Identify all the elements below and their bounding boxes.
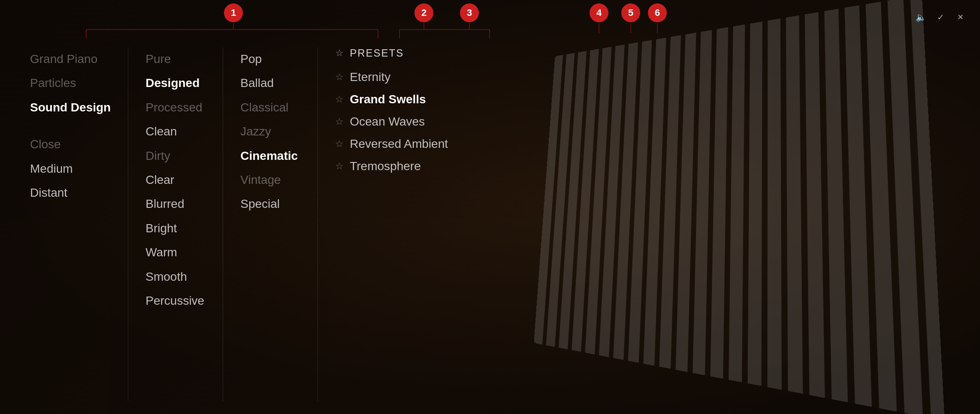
mic-item-close[interactable]: Close (30, 132, 111, 156)
preset-item-tremosphere[interactable]: ☆ Tremosphere (335, 155, 448, 177)
mic-item-medium[interactable]: Medium (30, 157, 111, 181)
char-item-processed[interactable]: Processed (145, 96, 206, 120)
instrument-item-particles[interactable]: Particles (30, 71, 111, 95)
presets-title: PRESETS (350, 47, 404, 59)
genre-item-jazzy[interactable]: Jazzy (240, 120, 300, 144)
speaker-button[interactable]: 🔈 (914, 10, 928, 24)
genre-item-pop[interactable]: Pop (240, 47, 300, 71)
presets-column: ☆ PRESETS ☆ Eternity ☆ Grand Swells ☆ Oc… (318, 47, 465, 401)
presets-header: ☆ PRESETS (335, 47, 448, 59)
character-column: Pure Designed Processed Clean Dirty Clea… (128, 47, 223, 401)
genre-item-classical[interactable]: Classical (240, 96, 300, 120)
annotation-3: 3 (460, 3, 479, 22)
top-bar: 🔈 ✓ ✕ (0, 0, 980, 34)
preset-label-reversed-ambient: Reversed Ambient (350, 137, 448, 151)
preset-item-ocean-waves[interactable]: ☆ Ocean Waves (335, 111, 448, 133)
preset-star-eternity[interactable]: ☆ (335, 72, 344, 83)
annotation-2: 2 (414, 3, 433, 22)
char-item-clean[interactable]: Clean (145, 120, 206, 144)
preset-item-grand-swells[interactable]: ☆ Grand Swells (335, 88, 448, 111)
preset-star-grand-swells[interactable]: ☆ (335, 94, 344, 105)
char-item-bright[interactable]: Bright (145, 216, 206, 240)
preset-label-grand-swells: Grand Swells (350, 93, 426, 106)
preset-label-tremosphere: Tremosphere (350, 159, 420, 173)
mic-item-distant[interactable]: Distant (30, 181, 111, 205)
genre-item-cinematic[interactable]: Cinematic (240, 144, 300, 168)
preset-item-reversed-ambient[interactable]: ☆ Reversed Ambient (335, 133, 448, 155)
genre-item-vintage[interactable]: Vintage (240, 168, 300, 192)
close-button[interactable]: ✕ (953, 10, 967, 24)
genre-item-special[interactable]: Special (240, 192, 300, 216)
main-container: 🔈 ✓ ✕ Grand Piano Particles Sound Design (0, 0, 980, 414)
char-item-designed[interactable]: Designed (145, 71, 206, 95)
genre-column: Pop Ballad Classical Jazzy Cinematic Vin… (223, 47, 318, 401)
genre-item-ballad[interactable]: Ballad (240, 71, 300, 95)
annotation-4: 4 (590, 3, 608, 22)
instrument-item-grand-piano[interactable]: Grand Piano (30, 47, 111, 71)
top-bar-icons: 🔈 ✓ ✕ (914, 10, 967, 24)
presets-star-icon[interactable]: ☆ (335, 48, 345, 59)
char-item-warm[interactable]: Warm (145, 240, 206, 264)
preset-star-ocean-waves[interactable]: ☆ (335, 116, 344, 127)
char-item-clear[interactable]: Clear (145, 168, 206, 192)
confirm-button[interactable]: ✓ (934, 10, 947, 24)
char-item-blurred[interactable]: Blurred (145, 192, 206, 216)
preset-label-eternity: Eternity (350, 70, 390, 84)
instrument-column: Grand Piano Particles Sound Design Close… (13, 47, 128, 401)
annotation-6: 6 (648, 3, 667, 22)
char-item-pure[interactable]: Pure (145, 47, 206, 71)
char-item-dirty[interactable]: Dirty (145, 144, 206, 168)
instrument-item-sound-design[interactable]: Sound Design (30, 96, 111, 120)
preset-item-eternity[interactable]: ☆ Eternity (335, 66, 448, 88)
annotation-1: 1 (224, 3, 243, 22)
char-item-smooth[interactable]: Smooth (145, 265, 206, 289)
annotation-5: 5 (621, 3, 640, 22)
preset-label-ocean-waves: Ocean Waves (350, 115, 425, 129)
preset-star-tremosphere[interactable]: ☆ (335, 161, 344, 172)
preset-star-reversed-ambient[interactable]: ☆ (335, 138, 344, 150)
content-area: Grand Piano Particles Sound Design Close… (0, 34, 980, 414)
char-item-percussive[interactable]: Percussive (145, 289, 206, 313)
